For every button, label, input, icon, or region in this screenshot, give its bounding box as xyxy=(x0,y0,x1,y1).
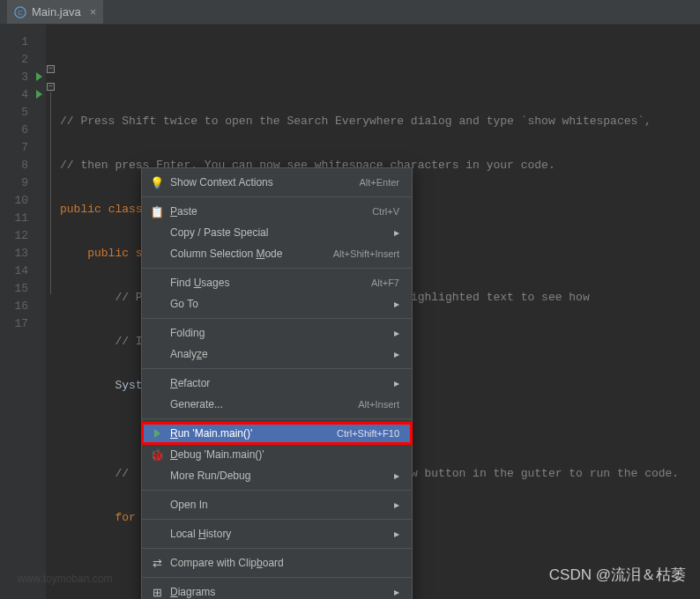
menu-separator xyxy=(142,548,412,549)
line-number: 5 xyxy=(0,104,46,122)
run-icon xyxy=(149,429,165,438)
submenu-arrow-icon: ▸ xyxy=(394,528,399,540)
submenu-arrow-icon: ▸ xyxy=(394,470,399,482)
menu-find-usages[interactable]: Find Usages Alt+F7 xyxy=(142,272,412,293)
tab-filename: Main.java xyxy=(32,5,81,18)
submenu-arrow-icon: ▸ xyxy=(394,298,399,310)
paste-icon: 📋 xyxy=(149,205,165,218)
line-number: 3 xyxy=(0,69,46,86)
menu-compare-clipboard[interactable]: ⇄ Compare with Clipboard xyxy=(142,552,412,573)
menu-folding[interactable]: Folding ▸ xyxy=(142,322,412,344)
line-number: 8 xyxy=(0,157,46,174)
diagram-icon: ⊞ xyxy=(149,586,165,599)
menu-show-context-actions[interactable]: 💡 Show Context Actions Alt+Enter xyxy=(142,172,412,193)
line-number: 13 xyxy=(0,245,46,263)
menu-local-history[interactable]: Local History ▸ xyxy=(142,523,412,544)
fold-toggle-icon[interactable]: − xyxy=(47,65,55,73)
watermark: CSDN @流泪＆枯萎 xyxy=(549,565,686,585)
line-number: 4 xyxy=(0,86,46,104)
line-number: 16 xyxy=(0,298,46,315)
submenu-arrow-icon: ▸ xyxy=(394,377,399,389)
submenu-arrow-icon: ▸ xyxy=(394,499,399,511)
line-number: 2 xyxy=(0,51,46,69)
menu-open-in[interactable]: Open In ▸ xyxy=(142,494,412,515)
menu-separator xyxy=(142,368,412,369)
tab-bar: C Main.java × xyxy=(0,0,700,25)
context-menu: 💡 Show Context Actions Alt+Enter 📋 Paste… xyxy=(141,167,413,599)
faint-footer: www.toymoban.com xyxy=(18,573,112,585)
bug-icon: 🐞 xyxy=(149,448,165,462)
java-class-icon: C xyxy=(14,6,26,18)
line-number: 10 xyxy=(0,192,46,210)
file-tab[interactable]: C Main.java × xyxy=(7,0,103,24)
line-number: 15 xyxy=(0,280,46,298)
line-number: 17 xyxy=(0,315,46,333)
line-number: 12 xyxy=(0,227,46,245)
submenu-arrow-icon: ▸ xyxy=(394,226,399,239)
menu-more-run-debug[interactable]: More Run/Debug ▸ xyxy=(142,465,412,486)
menu-generate[interactable]: Generate... Alt+Insert xyxy=(142,394,412,415)
menu-analyze[interactable]: Analyze ▸ xyxy=(142,344,412,365)
menu-paste[interactable]: 📋 Paste Ctrl+V xyxy=(142,201,412,222)
close-icon[interactable]: × xyxy=(90,5,97,18)
code-comment: // Press Shift twice to open the Search … xyxy=(60,115,652,128)
line-number: 7 xyxy=(0,139,46,157)
menu-goto[interactable]: Go To ▸ xyxy=(142,293,412,314)
line-number: 11 xyxy=(0,210,46,227)
fold-toggle-icon[interactable]: − xyxy=(47,83,55,91)
run-gutter-icon[interactable] xyxy=(36,90,42,99)
menu-run[interactable]: Run 'Main.main()' Ctrl+Shift+F10 xyxy=(142,423,412,444)
menu-refactor[interactable]: Refactor ▸ xyxy=(142,373,412,394)
menu-diagrams[interactable]: ⊞ Diagrams ▸ xyxy=(142,581,412,599)
submenu-arrow-icon: ▸ xyxy=(394,327,399,339)
line-number: 1 xyxy=(0,33,46,51)
menu-separator xyxy=(142,318,412,319)
menu-separator xyxy=(142,268,412,269)
menu-column-selection[interactable]: Column Selection Mode Alt+Shift+Insert xyxy=(142,243,412,264)
svg-text:C: C xyxy=(18,8,23,16)
menu-debug[interactable]: 🐞 Debug 'Main.main()' xyxy=(142,444,412,465)
submenu-arrow-icon: ▸ xyxy=(394,586,399,598)
fold-guide xyxy=(50,92,51,294)
run-gutter-icon[interactable] xyxy=(36,72,42,81)
menu-separator xyxy=(142,196,412,197)
menu-separator xyxy=(142,519,412,520)
line-number: 9 xyxy=(0,174,46,192)
menu-separator xyxy=(142,418,412,419)
gutter: 1 2 3 4 5 6 7 8 9 10 11 12 13 14 15 16 1… xyxy=(0,25,46,599)
line-number: 6 xyxy=(0,122,46,139)
menu-copy-paste-special[interactable]: Copy / Paste Special ▸ xyxy=(142,222,412,243)
compare-icon: ⇄ xyxy=(149,557,165,570)
submenu-arrow-icon: ▸ xyxy=(394,348,399,360)
menu-separator xyxy=(142,490,412,491)
menu-separator xyxy=(142,577,412,578)
bulb-icon: 💡 xyxy=(149,176,165,189)
line-number: 14 xyxy=(0,263,46,280)
